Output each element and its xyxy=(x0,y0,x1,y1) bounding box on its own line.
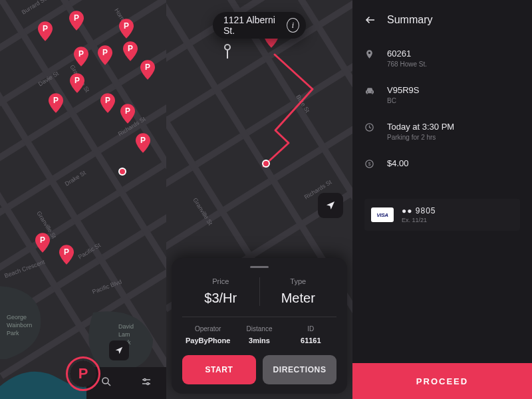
parking-pin[interactable]: P xyxy=(120,104,135,124)
parking-pin[interactable]: P xyxy=(59,245,74,265)
svg-line-42 xyxy=(108,383,110,386)
search-icon xyxy=(100,376,112,388)
parking-pin[interactable]: P xyxy=(100,93,115,113)
card-last4: ●● 9805 xyxy=(402,206,436,215)
summary-item: 60261768 Howe St. xyxy=(364,40,520,76)
summary-item-title: V95R9S xyxy=(387,85,419,95)
parking-pin[interactable]: P xyxy=(49,93,63,113)
svg-text:P: P xyxy=(124,21,129,31)
parking-pin[interactable]: P xyxy=(38,21,53,41)
page-title: Summary xyxy=(387,14,432,26)
svg-text:George: George xyxy=(7,314,27,321)
summary-item-title: $4.00 xyxy=(387,158,409,168)
svg-text:P: P xyxy=(53,96,59,105)
svg-text:P: P xyxy=(43,24,48,33)
app-logo-button[interactable]: P xyxy=(66,356,100,391)
parking-pin[interactable]: P xyxy=(74,47,88,66)
price-value: $3/Hr xyxy=(182,291,259,306)
operator-value: PayByPhone xyxy=(182,336,233,344)
search-button[interactable] xyxy=(100,376,112,390)
summary-item-subtitle: 768 Howe St. xyxy=(387,61,427,68)
svg-text:P: P xyxy=(74,13,79,23)
id-label: ID xyxy=(285,325,336,332)
svg-text:P: P xyxy=(102,48,108,57)
svg-text:P: P xyxy=(145,63,150,72)
summary-item: $$4.00 xyxy=(364,150,520,180)
operator-label: Operator xyxy=(182,325,233,332)
locate-me-button[interactable] xyxy=(318,193,343,218)
svg-text:P: P xyxy=(140,136,146,145)
distance-value: 3mins xyxy=(233,336,285,344)
svg-text:P: P xyxy=(78,49,84,59)
svg-text:David: David xyxy=(118,323,134,330)
location-arrow-icon xyxy=(325,200,336,211)
address-pill[interactable]: 1121 Alberni St. i xyxy=(213,12,306,39)
pin-icon xyxy=(364,49,376,62)
map-overview-pane: George Wainborn Park David Lam Park Burr… xyxy=(0,0,166,399)
summary-item-subtitle: BC xyxy=(387,97,419,104)
start-button[interactable]: START xyxy=(182,355,256,384)
svg-text:$: $ xyxy=(368,161,371,167)
directions-button[interactable]: DIRECTIONS xyxy=(263,355,336,384)
svg-text:P: P xyxy=(64,247,69,257)
parking-pin[interactable]: P xyxy=(123,41,138,61)
svg-text:Burrard St: Burrard St xyxy=(21,0,48,16)
summary-item-subtitle: Parking for 2 hrs xyxy=(387,134,454,141)
svg-text:Wainborn: Wainborn xyxy=(7,322,32,329)
details-sheet: Price $3/Hr Type Meter Operator PayByPho… xyxy=(172,258,347,394)
parking-pin[interactable]: P xyxy=(136,133,150,153)
locate-me-button[interactable] xyxy=(109,340,129,360)
parking-pin[interactable]: P xyxy=(98,45,112,65)
summary-pane: Summary 60261768 Howe St.V95R9SBCToday a… xyxy=(352,0,532,399)
visa-badge: VISA xyxy=(371,207,394,222)
summary-item: Today at 3:30 PMParking for 2 hrs xyxy=(364,113,520,150)
svg-text:P: P xyxy=(74,76,80,85)
parking-pin[interactable]: P xyxy=(119,19,134,39)
summary-item-title: 60261 xyxy=(387,49,427,59)
svg-point-41 xyxy=(102,378,108,384)
parking-pin[interactable]: P xyxy=(140,60,155,80)
summary-item: V95R9SBC xyxy=(364,76,520,113)
back-button[interactable] xyxy=(364,13,378,27)
type-label: Type xyxy=(260,277,337,285)
card-expiry: Ex. 11/21 xyxy=(402,217,436,223)
location-arrow-icon xyxy=(114,346,124,355)
route-origin-marker xyxy=(224,44,231,59)
address-text: 1121 Alberni St. xyxy=(223,15,280,36)
svg-text:Park: Park xyxy=(7,330,19,336)
svg-text:P: P xyxy=(125,106,130,116)
info-button[interactable]: i xyxy=(287,18,299,33)
svg-text:Lam: Lam xyxy=(118,331,130,338)
route-detail-pane: Bute St Granville St Richards St P 1121 … xyxy=(166,0,352,399)
route-end-dot xyxy=(262,160,270,168)
payment-method-card[interactable]: VISA ●● 9805 Ex. 11/21 xyxy=(364,199,520,231)
svg-text:P: P xyxy=(40,235,45,245)
user-location-dot xyxy=(118,168,126,176)
sheet-drag-handle[interactable] xyxy=(250,266,269,268)
parking-pin[interactable]: P xyxy=(70,73,84,93)
id-value: 61161 xyxy=(285,336,336,344)
logo-letter: P xyxy=(78,365,88,382)
svg-text:P: P xyxy=(105,96,110,105)
proceed-button[interactable]: PROCEED xyxy=(352,363,532,399)
filters-button[interactable] xyxy=(140,376,152,390)
svg-point-46 xyxy=(147,383,149,385)
arrow-left-icon xyxy=(364,14,376,26)
car-icon xyxy=(364,86,376,99)
parking-pin[interactable]: P xyxy=(69,11,84,31)
svg-point-44 xyxy=(144,379,146,381)
price-label: Price xyxy=(182,277,259,285)
sliders-icon xyxy=(140,376,152,388)
summary-item-title: Today at 3:30 PM xyxy=(387,122,454,132)
info-icon: i xyxy=(292,21,294,31)
svg-text:P: P xyxy=(128,44,133,53)
type-value: Meter xyxy=(260,291,337,306)
money-icon: $ xyxy=(364,159,376,172)
clock-icon xyxy=(364,122,376,135)
distance-label: Distance xyxy=(233,325,285,332)
parking-pin[interactable]: P xyxy=(35,233,50,253)
